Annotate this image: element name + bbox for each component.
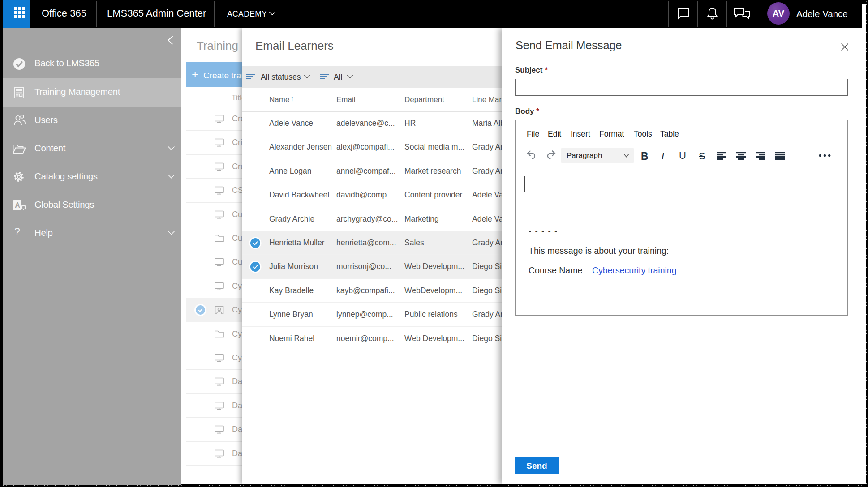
svg-text:A: A <box>15 201 20 209</box>
